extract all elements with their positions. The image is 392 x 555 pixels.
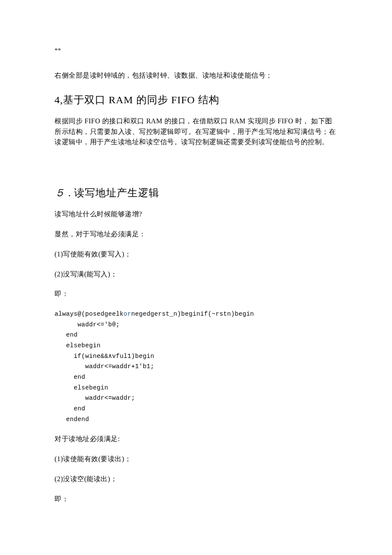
code-line-11: endend	[55, 416, 89, 423]
question-1: 读写地址什么时候能够递增?	[55, 209, 337, 220]
code-line-3: end	[55, 331, 78, 338]
heading-section-4: 4,基于双口 RAM 的同步 FIFO 结构	[55, 93, 337, 107]
heading-5-text: . 读写地址产生逻辑	[65, 187, 159, 198]
code-line-1-post: negedgerst_n)beginif(~rstn)begin	[131, 311, 254, 317]
verilog-code-block: always@(posedgeelkornegedgerst_n)beginif…	[55, 309, 337, 424]
write-cond-1: (1)写使能有效(要写入)；	[55, 249, 337, 260]
read-cond-2: (2)没读空(能读出)；	[55, 474, 337, 485]
code-keyword-or: or	[124, 311, 131, 317]
code-line-8: elsebegin	[55, 384, 108, 391]
question-2: 显然，对于写地址必须满足：	[55, 229, 337, 240]
heading-section-5: ５ . 读写地址产生逻辑	[55, 186, 337, 200]
code-line-9: waddr<=waddr;	[55, 395, 135, 401]
spacer	[55, 157, 337, 174]
document-page: ** 右侧全部是读时钟域的，包括读时钟、读数据、读地址和读使能信号； 4,基于双…	[0, 0, 392, 555]
code-line-10: end	[55, 405, 85, 412]
intro-paragraph: 右侧全部是读时钟域的，包括读时钟、读数据、读地址和读使能信号；	[55, 70, 337, 81]
ie-label-2: 即：	[55, 494, 337, 505]
write-cond-2: (2)没写满(能写入)；	[55, 269, 337, 280]
code-line-5: if(wine&&∧vful1)begin	[55, 353, 154, 360]
asterisks-marker: **	[55, 47, 337, 54]
code-line-4: elsebegin	[55, 342, 101, 349]
code-line-7: end	[55, 374, 85, 381]
read-cond-1: (1)读使能有效(要读出)；	[55, 454, 337, 465]
heading-5-number: ５	[55, 187, 65, 198]
read-intro: 对于读地址必须满足:	[55, 434, 337, 445]
ie-label-1: 即：	[55, 289, 337, 299]
code-line-6: waddr<=waddr+1'b1;	[55, 363, 154, 370]
section-4-paragraph: 根据同步 FIFO 的接口和双口 RAM 的接口，在借助双口 RAM 实现同步 …	[55, 116, 337, 148]
code-line-1-pre: always@(posedgeelk	[55, 311, 124, 317]
code-line-2: waddr<='bθ;	[55, 321, 120, 328]
